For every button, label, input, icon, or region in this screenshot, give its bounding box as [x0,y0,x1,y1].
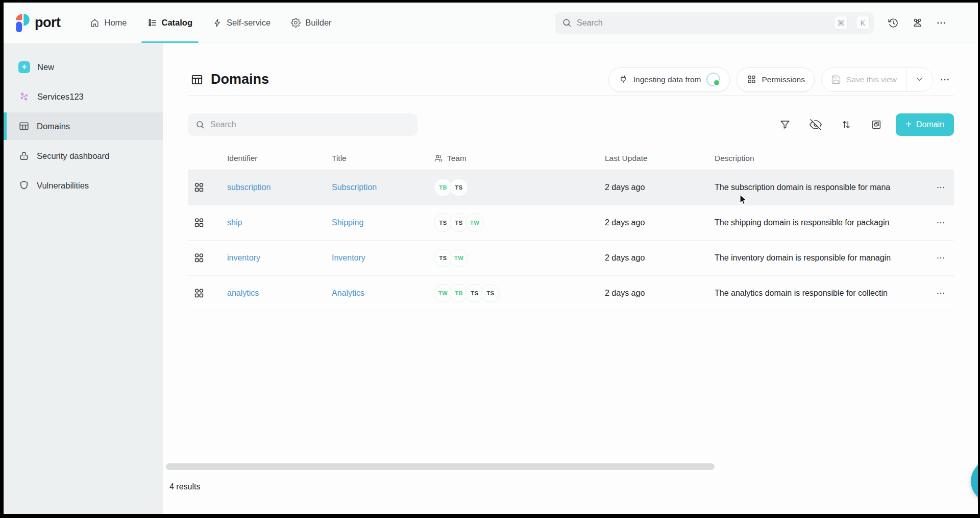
column-title[interactable]: Title [332,154,434,163]
nav-builder[interactable]: Builder [291,3,331,43]
save-view-dropdown-button[interactable] [906,68,933,91]
table-row[interactable]: subscription Subscription TB TS 2 days a… [188,170,954,205]
domain-blueprint-icon [188,181,227,194]
permissions-label: Permissions [762,75,805,84]
group-by-icon[interactable] [871,119,882,130]
save-view-button[interactable]: Save this view [822,68,906,91]
top-bar-icons [888,17,946,29]
identifier-link[interactable]: ship [227,218,332,227]
row-actions-icon[interactable] [927,218,954,227]
main-content: Domains Ingesting data from Pe [163,43,978,514]
table-view-controls [779,119,882,131]
table-row[interactable]: inventory Inventory TS TW 2 days ago The… [188,241,954,276]
integration-status-badge [706,73,720,86]
description-cell: The analytics domain is responsible for … [715,289,927,298]
horizontal-scrollbar[interactable] [166,463,715,470]
organization-icon[interactable] [912,17,923,29]
row-actions-icon[interactable] [927,253,954,263]
table-header: Identifier Title Team Last Update Descri… [188,147,954,170]
team-avatar[interactable]: TW [450,249,468,267]
identifier-link[interactable]: subscription [227,183,332,192]
sidebar-item-label: Security dashboard [37,151,109,161]
page-title: Domains [190,72,269,87]
identifier-link[interactable]: analytics [227,289,332,298]
results-count: 4 results [169,482,954,491]
filter-icon[interactable] [779,119,791,130]
team-avatars: TS TS TW [434,214,605,232]
save-view-label: Save this view [846,75,897,84]
column-team-label: Team [447,154,467,163]
sidebar-item-vulnerabilities[interactable]: Vulnerabilities [4,172,163,199]
nav-catalog[interactable]: Catalog [148,3,193,43]
table-icon [18,121,30,132]
description-cell: The shipping domain is responsible for p… [715,218,927,227]
last-update-cell: 2 days ago [605,183,715,192]
last-update-cell: 2 days ago [605,218,715,227]
global-search-input[interactable]: Search ⌘ K [555,12,874,34]
sidebar-item-label: Services123 [37,92,84,102]
ingesting-data-label: Ingesting data from [633,75,701,84]
save-icon [831,75,841,85]
main-nav: Home Catalog Self-service Builder [90,3,331,43]
sidebar-item-label: Vulnerabilities [37,181,89,191]
add-domain-label: Domain [916,120,944,129]
row-actions-icon[interactable] [927,183,954,192]
k-keycap: K [856,16,870,30]
sidebar-item-domains[interactable]: Domains [4,112,163,140]
team-blueprint-icon [746,74,757,85]
column-last-update[interactable]: Last Update [605,154,715,163]
table-row[interactable]: analytics Analytics TW TB TS TS 2 days a… [188,276,954,311]
history-icon[interactable] [888,17,899,29]
column-description[interactable]: Description [715,154,927,163]
more-options-icon[interactable] [936,18,946,28]
app-body: + New Services123 Domains Security dash [4,43,978,514]
sidebar-item-label: Domains [37,122,70,131]
table-icon [190,73,204,86]
team-avatars: TW TB TS TS [434,284,605,302]
services-cluster-icon [18,91,30,103]
sort-icon[interactable] [841,119,852,130]
page-more-options-icon[interactable] [940,75,950,85]
sidebar-item-new[interactable]: + New [4,53,163,81]
table-toolbar: + Domain [188,113,954,136]
shield-icon [18,180,30,191]
nav-self-service[interactable]: Self-service [213,3,271,43]
row-actions-icon[interactable] [927,289,954,298]
home-icon [90,18,100,28]
title-link[interactable]: Analytics [332,289,434,298]
team-avatars: TS TW [434,249,605,267]
identifier-link[interactable]: inventory [227,253,332,263]
add-domain-button[interactable]: + Domain [896,113,954,136]
nav-home-label: Home [104,18,127,28]
gear-icon [291,18,301,28]
table-row[interactable]: ship Shipping TS TS TW 2 days ago The sh… [188,205,954,241]
table-empty-space [188,311,954,463]
nav-home[interactable]: Home [90,3,127,43]
sidebar-item-label: New [37,62,54,72]
cmd-keycap: ⌘ [834,16,848,30]
sidebar-item-security-dashboard[interactable]: Security dashboard [4,142,163,170]
table-search-box[interactable] [188,113,418,136]
column-identifier[interactable]: Identifier [227,154,332,163]
team-avatar[interactable]: TW [465,214,484,232]
column-team[interactable]: Team [434,154,605,163]
permissions-button[interactable]: Permissions [737,67,815,92]
sidebar-item-services123[interactable]: Services123 [4,83,163,110]
table-search-input[interactable] [210,120,410,129]
port-logo[interactable]: port [15,13,60,33]
description-cell: The subscription domain is responsible f… [715,183,927,192]
search-icon [562,18,572,28]
title-link[interactable]: Subscription [332,183,434,192]
team-avatar[interactable]: TS [481,284,500,302]
users-icon [434,154,443,163]
team-avatar[interactable]: TS [450,178,468,197]
domain-blueprint-icon [188,252,227,264]
lightning-icon [213,18,222,28]
nav-catalog-label: Catalog [162,18,193,28]
save-view-split-button: Save this view [821,67,933,92]
title-link[interactable]: Shipping [332,218,434,227]
title-link[interactable]: Inventory [332,253,434,263]
ingesting-data-button[interactable]: Ingesting data from [608,67,730,92]
hide-columns-icon[interactable] [810,119,822,131]
domain-blueprint-icon [188,287,227,299]
